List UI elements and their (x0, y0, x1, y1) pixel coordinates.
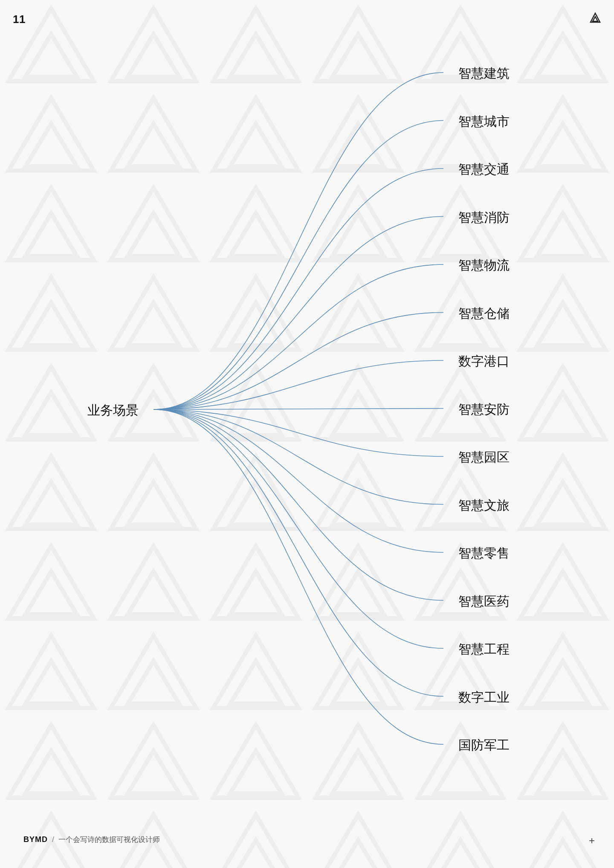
mindmap-edge (154, 409, 443, 552)
leaf-node-label: 智慧交通 (458, 161, 510, 178)
leaf-node-label: 智慧安防 (458, 401, 510, 418)
mindmap-edge (154, 73, 443, 409)
mindmap-edge (154, 121, 443, 410)
leaf-node-label: 智慧物流 (458, 257, 510, 274)
leaf-node-label: 智慧园区 (458, 449, 510, 466)
page-number: 11 (13, 13, 26, 26)
leaf-node-label: 智慧城市 (458, 113, 510, 131)
footer: BYMD / 一个会写诗的数据可视化设计师 (23, 835, 160, 845)
leaf-node-label: 智慧建筑 (458, 65, 510, 82)
leaf-node-label: 智慧仓储 (458, 305, 510, 322)
mindmap-edge (154, 409, 443, 744)
mindmap-edge (154, 264, 443, 409)
mindmap-edges (0, 34, 614, 810)
mindmap-edge (154, 409, 443, 697)
leaf-node-label: 智慧零售 (458, 545, 510, 562)
leaf-node-label: 智慧工程 (458, 641, 510, 658)
leaf-node-label: 智慧文旅 (458, 497, 510, 514)
footer-brand: BYMD (23, 835, 48, 844)
leaf-node-label: 数字工业 (458, 689, 510, 706)
leaf-node-label: 数字港口 (458, 353, 510, 370)
footer-separator: / (52, 835, 54, 844)
leaf-node-label: 国防军工 (458, 737, 510, 754)
mindmap-diagram: 业务场景 智慧建筑智慧城市智慧交通智慧消防智慧物流智慧仓储数字港口智慧安防智慧园… (0, 34, 614, 810)
mindmap-edge (154, 360, 443, 409)
mindmap-edge (154, 409, 443, 601)
leaf-node-label: 智慧消防 (458, 209, 510, 226)
brand-logo-icon (589, 12, 601, 24)
mindmap-edge (154, 168, 443, 409)
mindmap-edge (154, 409, 443, 505)
footer-tagline: 一个会写诗的数据可视化设计师 (58, 835, 160, 845)
plus-icon: + (589, 835, 595, 847)
mindmap-edge (154, 409, 443, 456)
mindmap-edge (154, 217, 443, 410)
mindmap-edge (154, 409, 443, 410)
root-node-label: 业务场景 (87, 402, 139, 419)
mindmap-edge (154, 409, 443, 648)
leaf-node-label: 智慧医药 (458, 593, 510, 610)
mindmap-edge (154, 313, 443, 410)
